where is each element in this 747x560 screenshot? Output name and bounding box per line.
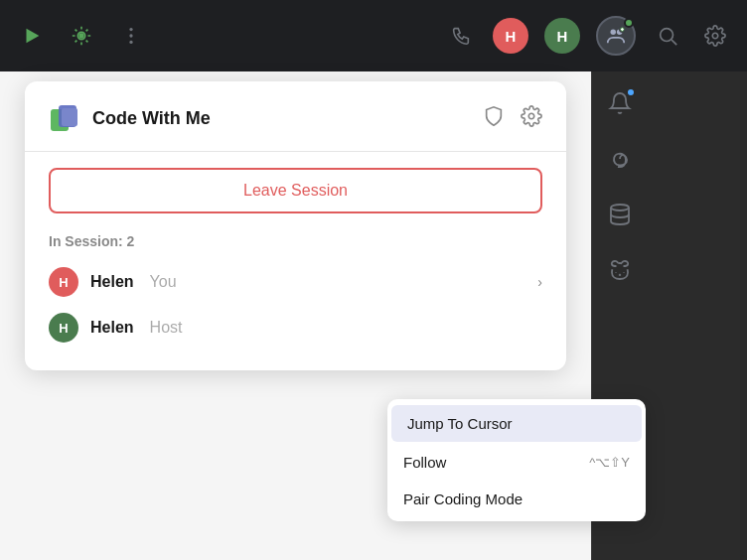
panel: Code With Me [0,71,591,560]
svg-rect-16 [62,108,77,126]
context-menu-follow[interactable]: Follow ^⌥⇧Y [387,444,646,481]
in-session-label: In Session: 2 [49,233,542,249]
cwm-logo-icon [49,101,82,135]
phone-icon[interactable] [445,20,477,52]
cwm-header-icons [483,105,542,131]
participant-helen-you[interactable]: H Helen You › [49,263,542,301]
jump-to-cursor-label: Jump To Cursor [407,415,513,432]
svg-point-5 [129,41,132,44]
context-menu-pair-coding[interactable]: Pair Coding Mode [387,481,646,517]
notification-icon[interactable] [604,87,636,119]
settings-button[interactable] [699,20,731,52]
toolbar-right: H H [445,16,731,56]
context-menu: Jump To Cursor Follow ^⌥⇧Y Pair Coding M… [387,399,646,521]
participant-avatar-you: H [49,267,78,297]
avatar-helen-host[interactable]: H [544,18,580,54]
participant-helen-host[interactable]: H Helen Host [49,309,542,347]
database-icon[interactable] [604,199,636,230]
follow-shortcut: ^⌥⇧Y [589,455,630,470]
participant-role-host: Host [150,319,183,337]
svg-point-3 [129,28,132,31]
debug-button[interactable] [66,20,97,52]
toolbar: H H [0,0,747,71]
animal-icon[interactable] [604,254,636,286]
svg-point-6 [611,30,617,35]
pair-coding-label: Pair Coding Mode [403,490,523,507]
search-button[interactable] [652,20,683,52]
participant-avatar-host: H [49,313,78,343]
svg-point-17 [528,113,534,119]
cwm-title: Code With Me [92,108,211,129]
svg-point-2 [79,34,83,38]
participant-name-host: Helen [90,319,134,337]
shield-icon[interactable] [483,105,505,131]
cwm-settings-icon[interactable] [521,105,542,131]
svg-point-13 [712,33,718,39]
more-button[interactable] [115,20,147,52]
active-dot [624,18,634,28]
chevron-right-icon: › [537,274,542,290]
svg-point-18 [611,205,629,210]
cwm-header: Code With Me [49,101,542,135]
context-menu-jump-to-cursor[interactable]: Jump To Cursor [391,405,642,442]
spiral-icon[interactable] [604,143,636,175]
participant-name-you: Helen [90,273,134,291]
svg-point-11 [661,29,673,42]
participant-role-you: You [150,273,177,291]
participant-list: H Helen You › H Helen Host [49,263,542,347]
svg-point-4 [129,34,132,37]
notification-dot [626,87,636,97]
main-area: Code With Me [0,71,747,560]
svg-marker-0 [27,29,40,44]
follow-label: Follow [403,454,446,471]
svg-line-12 [672,40,676,45]
divider [25,151,566,152]
cwm-title-group: Code With Me [49,101,211,135]
cwm-popup: Code With Me [25,81,566,370]
code-with-me-toolbar-button[interactable] [596,16,636,56]
run-button[interactable] [16,20,48,52]
avatar-helen-you[interactable]: H [493,18,528,54]
leave-session-button[interactable]: Leave Session [49,168,542,213]
